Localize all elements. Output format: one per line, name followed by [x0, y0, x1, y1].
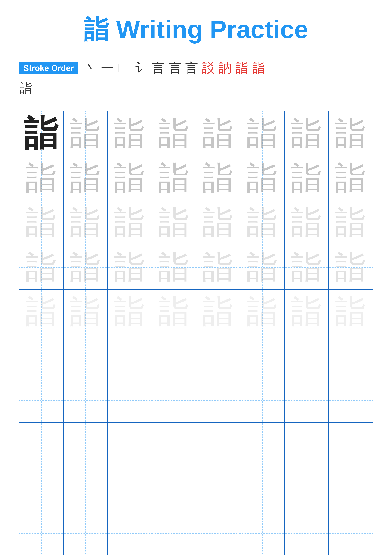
- grid-cell-4-3[interactable]: 詣: [108, 245, 152, 289]
- empty-cell-6-3[interactable]: [108, 334, 152, 378]
- empty-cell-8-6[interactable]: [240, 423, 285, 467]
- empty-cell-7-4[interactable]: [152, 379, 196, 423]
- grid-cell-1-6[interactable]: 詣: [240, 111, 285, 156]
- grid-cell-3-7[interactable]: 詣: [285, 200, 329, 245]
- grid-cell-1-2[interactable]: 詣: [64, 111, 108, 156]
- stroke-s12: 詣: [252, 59, 265, 77]
- stroke-s11: 詣: [236, 59, 248, 77]
- grid-cell-5-6[interactable]: 詣: [240, 290, 285, 334]
- grid-cell-5-5[interactable]: 詣: [196, 290, 241, 334]
- practice-char: 詣: [158, 251, 190, 283]
- grid-cell-2-8[interactable]: 詣: [329, 156, 373, 200]
- grid-cell-3-2[interactable]: 詣: [64, 200, 108, 245]
- grid-cell-4-7[interactable]: 詣: [285, 245, 329, 289]
- empty-cell-10-8[interactable]: [329, 511, 373, 555]
- grid-cell-2-5[interactable]: 詣: [196, 156, 241, 200]
- grid-cell-2-2[interactable]: 詣: [64, 156, 108, 200]
- empty-cell-9-6[interactable]: [240, 467, 285, 511]
- grid-cell-3-5[interactable]: 詣: [196, 200, 241, 245]
- empty-cell-10-4[interactable]: [152, 511, 196, 555]
- practice-char: 詣: [70, 251, 101, 283]
- empty-cell-7-7[interactable]: [285, 379, 329, 423]
- empty-cell-9-2[interactable]: [64, 467, 108, 511]
- grid-row-9: [19, 467, 373, 511]
- stroke-order-row: Stroke Order 丶 一 𠃋 𠄌 讠 言 言 言 訤 訥 詣 詣: [19, 59, 373, 77]
- grid-cell-5-8[interactable]: 詣: [329, 290, 373, 334]
- grid-cell-1-7[interactable]: 詣: [285, 111, 329, 156]
- practice-char: 詣: [247, 207, 278, 238]
- empty-cell-8-8[interactable]: [329, 423, 373, 467]
- empty-cell-6-2[interactable]: [64, 334, 108, 378]
- empty-cell-8-1[interactable]: [19, 423, 64, 467]
- grid-row-3: 詣 詣 詣 詣 詣 詣 詣 詣: [19, 200, 373, 245]
- empty-cell-8-5[interactable]: [196, 423, 241, 467]
- grid-cell-4-4[interactable]: 詣: [152, 245, 196, 289]
- empty-cell-9-4[interactable]: [152, 467, 196, 511]
- empty-cell-8-3[interactable]: [108, 423, 152, 467]
- empty-cell-6-5[interactable]: [196, 334, 241, 378]
- grid-cell-2-1[interactable]: 詣: [19, 156, 64, 200]
- empty-cell-9-1[interactable]: [19, 467, 64, 511]
- grid-cell-1-3[interactable]: 詣: [108, 111, 152, 156]
- empty-cell-9-7[interactable]: [285, 467, 329, 511]
- practice-char: 詣: [291, 162, 322, 194]
- practice-char: 詣: [335, 251, 367, 283]
- grid-cell-3-4[interactable]: 詣: [152, 200, 196, 245]
- practice-char: 詣: [247, 162, 278, 194]
- ref-char: 詣: [24, 116, 59, 151]
- grid-cell-3-6[interactable]: 詣: [240, 200, 285, 245]
- grid-cell-5-3[interactable]: 詣: [108, 290, 152, 334]
- practice-char: 詣: [202, 296, 234, 328]
- grid-cell-5-1[interactable]: 詣: [19, 290, 64, 334]
- empty-cell-10-5[interactable]: [196, 511, 241, 555]
- empty-cell-8-2[interactable]: [64, 423, 108, 467]
- empty-cell-6-6[interactable]: [240, 334, 285, 378]
- empty-cell-10-6[interactable]: [240, 511, 285, 555]
- grid-cell-4-6[interactable]: 詣: [240, 245, 285, 289]
- stroke-order-badge: Stroke Order: [19, 62, 78, 74]
- grid-cell-4-8[interactable]: 詣: [329, 245, 373, 289]
- grid-cell-2-3[interactable]: 詣: [108, 156, 152, 200]
- grid-row-6: [19, 334, 373, 379]
- grid-row-4: 詣 詣 詣 詣 詣 詣 詣 詣: [19, 245, 373, 290]
- empty-cell-10-7[interactable]: [285, 511, 329, 555]
- empty-cell-6-8[interactable]: [329, 334, 373, 378]
- grid-cell-3-1[interactable]: 詣: [19, 200, 64, 245]
- empty-cell-7-6[interactable]: [240, 379, 285, 423]
- grid-cell-1-4[interactable]: 詣: [152, 111, 196, 156]
- grid-cell-4-5[interactable]: 詣: [196, 245, 241, 289]
- empty-cell-6-1[interactable]: [19, 334, 64, 378]
- empty-cell-6-7[interactable]: [285, 334, 329, 378]
- empty-cell-6-4[interactable]: [152, 334, 196, 378]
- practice-char: 詣: [70, 118, 101, 149]
- empty-cell-10-1[interactable]: [19, 511, 64, 555]
- empty-cell-10-3[interactable]: [108, 511, 152, 555]
- empty-cell-7-8[interactable]: [329, 379, 373, 423]
- empty-cell-8-4[interactable]: [152, 423, 196, 467]
- grid-cell-1-5[interactable]: 詣: [196, 111, 241, 156]
- grid-cell-5-4[interactable]: 詣: [152, 290, 196, 334]
- empty-cell-9-8[interactable]: [329, 467, 373, 511]
- page: 詣 Writing Practice Stroke Order 丶 一 𠃋 𠄌 …: [0, 0, 392, 555]
- empty-cell-9-5[interactable]: [196, 467, 241, 511]
- practice-char: 詣: [335, 162, 367, 194]
- empty-cell-9-3[interactable]: [108, 467, 152, 511]
- empty-cell-7-2[interactable]: [64, 379, 108, 423]
- grid-cell-1-8[interactable]: 詣: [329, 111, 373, 156]
- grid-cell-4-2[interactable]: 詣: [64, 245, 108, 289]
- grid-cell-2-4[interactable]: 詣: [152, 156, 196, 200]
- grid-cell-4-1[interactable]: 詣: [19, 245, 64, 289]
- grid-cell-3-3[interactable]: 詣: [108, 200, 152, 245]
- empty-cell-7-1[interactable]: [19, 379, 64, 423]
- empty-cell-7-5[interactable]: [196, 379, 241, 423]
- grid-cell-5-2[interactable]: 詣: [64, 290, 108, 334]
- grid-cell-5-7[interactable]: 詣: [285, 290, 329, 334]
- grid-cell-2-6[interactable]: 詣: [240, 156, 285, 200]
- grid-cell-1-1[interactable]: 詣: [19, 111, 64, 156]
- empty-cell-8-7[interactable]: [285, 423, 329, 467]
- empty-cell-7-3[interactable]: [108, 379, 152, 423]
- grid-cell-2-7[interactable]: 詣: [285, 156, 329, 200]
- grid-cell-3-8[interactable]: 詣: [329, 200, 373, 245]
- practice-char: 詣: [335, 296, 367, 328]
- empty-cell-10-2[interactable]: [64, 511, 108, 555]
